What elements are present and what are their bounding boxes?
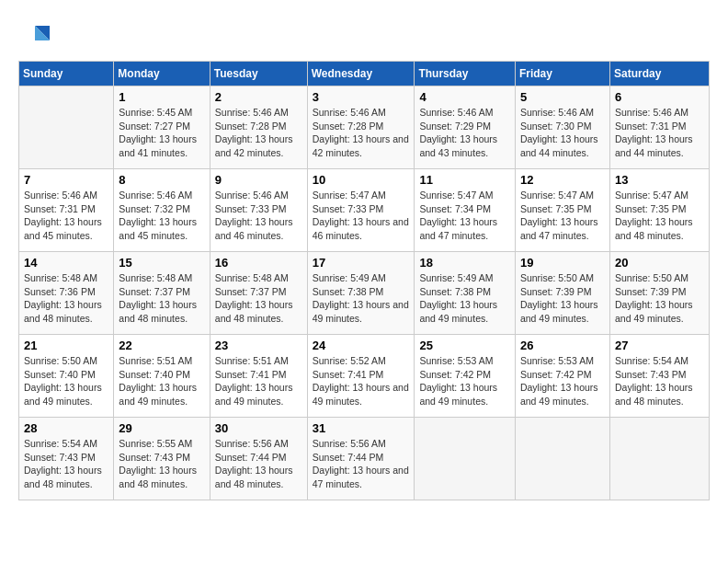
calendar-cell: 26Sunrise: 5:53 AMSunset: 7:42 PMDayligh… xyxy=(515,335,609,418)
calendar-cell: 7Sunrise: 5:46 AMSunset: 7:31 PMDaylight… xyxy=(19,169,114,252)
day-number: 10 xyxy=(313,173,410,187)
day-number: 4 xyxy=(419,90,510,104)
day-number: 18 xyxy=(419,256,510,270)
day-number: 3 xyxy=(313,90,410,104)
cell-content: Sunrise: 5:46 AMSunset: 7:28 PMDaylight:… xyxy=(313,106,410,160)
weekday-header-row: SundayMondayTuesdayWednesdayThursdayFrid… xyxy=(19,62,710,86)
cell-content: Sunrise: 5:54 AMSunset: 7:43 PMDaylight:… xyxy=(24,437,108,491)
cell-content: Sunrise: 5:49 AMSunset: 7:38 PMDaylight:… xyxy=(313,271,410,326)
calendar-cell: 2Sunrise: 5:46 AMSunset: 7:28 PMDaylight… xyxy=(210,86,307,169)
calendar-cell: 11Sunrise: 5:47 AMSunset: 7:34 PMDayligh… xyxy=(415,169,516,252)
cell-content: Sunrise: 5:46 AMSunset: 7:31 PMDaylight:… xyxy=(615,106,704,160)
cell-content: Sunrise: 5:47 AMSunset: 7:33 PMDaylight:… xyxy=(313,189,410,243)
weekday-header-friday: Friday xyxy=(515,62,609,86)
logo-icon xyxy=(22,18,55,52)
calendar-cell: 19Sunrise: 5:50 AMSunset: 7:39 PMDayligh… xyxy=(515,252,609,335)
day-number: 23 xyxy=(215,339,302,352)
cell-content: Sunrise: 5:53 AMSunset: 7:42 PMDaylight:… xyxy=(419,354,510,408)
calendar-cell: 30Sunrise: 5:56 AMSunset: 7:44 PMDayligh… xyxy=(210,418,307,500)
weekday-header-monday: Monday xyxy=(114,62,210,86)
cell-content: Sunrise: 5:50 AMSunset: 7:39 PMDaylight:… xyxy=(520,271,605,326)
cell-content: Sunrise: 5:50 AMSunset: 7:39 PMDaylight:… xyxy=(615,271,704,326)
calendar-cell: 9Sunrise: 5:46 AMSunset: 7:33 PMDaylight… xyxy=(210,169,307,252)
cell-content: Sunrise: 5:47 AMSunset: 7:35 PMDaylight:… xyxy=(615,189,704,243)
calendar-cell: 12Sunrise: 5:47 AMSunset: 7:35 PMDayligh… xyxy=(515,169,609,252)
day-number: 31 xyxy=(313,421,410,435)
day-number: 28 xyxy=(24,421,108,435)
day-number: 24 xyxy=(313,339,410,352)
calendar-cell: 24Sunrise: 5:52 AMSunset: 7:41 PMDayligh… xyxy=(307,335,415,418)
weekday-header-tuesday: Tuesday xyxy=(210,62,307,86)
calendar-cell: 1Sunrise: 5:45 AMSunset: 7:27 PMDaylight… xyxy=(114,86,210,169)
day-number: 16 xyxy=(215,256,302,270)
calendar-week-row: 14Sunrise: 5:48 AMSunset: 7:36 PMDayligh… xyxy=(19,252,710,335)
calendar-cell: 17Sunrise: 5:49 AMSunset: 7:38 PMDayligh… xyxy=(307,252,415,335)
day-number: 7 xyxy=(24,173,108,187)
calendar-cell: 31Sunrise: 5:56 AMSunset: 7:44 PMDayligh… xyxy=(307,418,415,500)
cell-content: Sunrise: 5:46 AMSunset: 7:29 PMDaylight:… xyxy=(419,106,510,160)
calendar-cell: 20Sunrise: 5:50 AMSunset: 7:39 PMDayligh… xyxy=(609,252,709,335)
calendar-cell xyxy=(515,418,609,500)
day-number: 9 xyxy=(215,173,302,187)
day-number: 13 xyxy=(615,173,704,187)
weekday-header-saturday: Saturday xyxy=(609,62,709,86)
cell-content: Sunrise: 5:48 AMSunset: 7:37 PMDaylight:… xyxy=(215,271,302,326)
day-number: 12 xyxy=(520,173,605,187)
calendar-cell: 13Sunrise: 5:47 AMSunset: 7:35 PMDayligh… xyxy=(609,169,709,252)
calendar-cell: 3Sunrise: 5:46 AMSunset: 7:28 PMDaylight… xyxy=(307,86,415,169)
calendar-cell xyxy=(609,418,709,500)
calendar-cell xyxy=(19,86,114,169)
calendar-cell: 16Sunrise: 5:48 AMSunset: 7:37 PMDayligh… xyxy=(210,252,307,335)
cell-content: Sunrise: 5:49 AMSunset: 7:38 PMDaylight:… xyxy=(419,271,510,326)
cell-content: Sunrise: 5:45 AMSunset: 7:27 PMDaylight:… xyxy=(119,106,204,160)
calendar-cell: 18Sunrise: 5:49 AMSunset: 7:38 PMDayligh… xyxy=(415,252,516,335)
day-number: 1 xyxy=(119,90,204,104)
cell-content: Sunrise: 5:51 AMSunset: 7:40 PMDaylight:… xyxy=(119,354,204,408)
day-number: 20 xyxy=(615,256,704,270)
day-number: 29 xyxy=(119,421,204,435)
day-number: 11 xyxy=(419,173,510,187)
calendar-week-row: 28Sunrise: 5:54 AMSunset: 7:43 PMDayligh… xyxy=(19,418,710,500)
cell-content: Sunrise: 5:47 AMSunset: 7:34 PMDaylight:… xyxy=(419,189,510,243)
cell-content: Sunrise: 5:51 AMSunset: 7:41 PMDaylight:… xyxy=(215,354,302,408)
cell-content: Sunrise: 5:50 AMSunset: 7:40 PMDaylight:… xyxy=(24,354,108,408)
cell-content: Sunrise: 5:46 AMSunset: 7:30 PMDaylight:… xyxy=(520,106,605,160)
calendar-cell: 14Sunrise: 5:48 AMSunset: 7:36 PMDayligh… xyxy=(19,252,114,335)
day-number: 26 xyxy=(520,339,605,352)
calendar-cell: 6Sunrise: 5:46 AMSunset: 7:31 PMDaylight… xyxy=(609,86,709,169)
day-number: 5 xyxy=(520,90,605,104)
day-number: 19 xyxy=(520,256,605,270)
calendar-cell: 27Sunrise: 5:54 AMSunset: 7:43 PMDayligh… xyxy=(609,335,709,418)
calendar-week-row: 1Sunrise: 5:45 AMSunset: 7:27 PMDaylight… xyxy=(19,86,710,169)
weekday-header-wednesday: Wednesday xyxy=(307,62,415,86)
cell-content: Sunrise: 5:56 AMSunset: 7:44 PMDaylight:… xyxy=(215,437,302,491)
cell-content: Sunrise: 5:46 AMSunset: 7:31 PMDaylight:… xyxy=(24,189,108,243)
cell-content: Sunrise: 5:55 AMSunset: 7:43 PMDaylight:… xyxy=(119,437,204,491)
cell-content: Sunrise: 5:46 AMSunset: 7:33 PMDaylight:… xyxy=(215,189,302,243)
weekday-header-thursday: Thursday xyxy=(415,62,516,86)
cell-content: Sunrise: 5:46 AMSunset: 7:28 PMDaylight:… xyxy=(215,106,302,160)
calendar-cell: 25Sunrise: 5:53 AMSunset: 7:42 PMDayligh… xyxy=(415,335,516,418)
calendar-cell xyxy=(415,418,516,500)
day-number: 6 xyxy=(615,90,704,104)
weekday-header-sunday: Sunday xyxy=(19,62,114,86)
day-number: 30 xyxy=(215,421,302,435)
calendar-cell: 15Sunrise: 5:48 AMSunset: 7:37 PMDayligh… xyxy=(114,252,210,335)
day-number: 2 xyxy=(215,90,302,104)
day-number: 25 xyxy=(419,339,510,352)
cell-content: Sunrise: 5:56 AMSunset: 7:44 PMDaylight:… xyxy=(313,437,410,491)
logo xyxy=(18,18,55,52)
page-header xyxy=(18,18,710,52)
calendar-cell: 28Sunrise: 5:54 AMSunset: 7:43 PMDayligh… xyxy=(19,418,114,500)
calendar-week-row: 21Sunrise: 5:50 AMSunset: 7:40 PMDayligh… xyxy=(19,335,710,418)
calendar-cell: 23Sunrise: 5:51 AMSunset: 7:41 PMDayligh… xyxy=(210,335,307,418)
day-number: 21 xyxy=(24,339,108,352)
cell-content: Sunrise: 5:53 AMSunset: 7:42 PMDaylight:… xyxy=(520,354,605,408)
calendar-cell: 5Sunrise: 5:46 AMSunset: 7:30 PMDaylight… xyxy=(515,86,609,169)
calendar-table: SundayMondayTuesdayWednesdayThursdayFrid… xyxy=(18,61,710,500)
day-number: 14 xyxy=(24,256,108,270)
calendar-cell: 29Sunrise: 5:55 AMSunset: 7:43 PMDayligh… xyxy=(114,418,210,500)
cell-content: Sunrise: 5:54 AMSunset: 7:43 PMDaylight:… xyxy=(615,354,704,408)
day-number: 8 xyxy=(119,173,204,187)
calendar-cell: 8Sunrise: 5:46 AMSunset: 7:32 PMDaylight… xyxy=(114,169,210,252)
